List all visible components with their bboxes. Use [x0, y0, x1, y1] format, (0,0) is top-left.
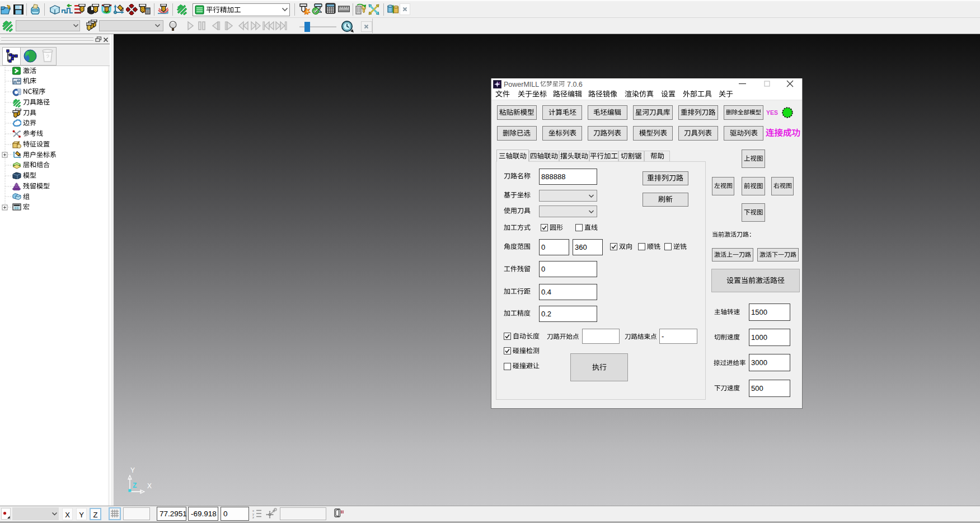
svg-text:Z: Z: [133, 482, 137, 489]
svg-text:z: z: [252, 516, 254, 519]
svg-text:X: X: [147, 482, 152, 490]
svg-text:Y: Y: [130, 466, 135, 474]
